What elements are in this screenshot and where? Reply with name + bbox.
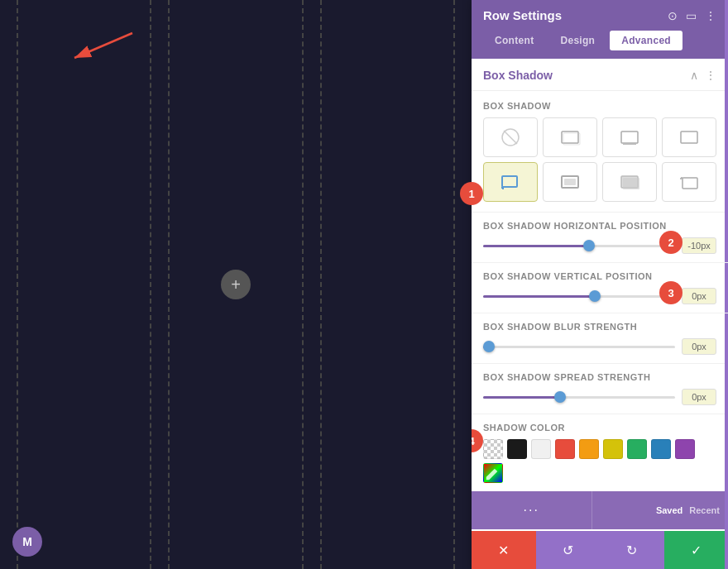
add-row-button[interactable]: + bbox=[221, 270, 251, 299]
shadow-option-bottom[interactable] bbox=[602, 117, 657, 157]
color-custom[interactable] bbox=[483, 463, 503, 483]
vertical-slider-row: 0px bbox=[483, 288, 716, 304]
redo-button[interactable]: ↻ bbox=[600, 531, 664, 569]
panel-title: Row Settings bbox=[483, 8, 562, 22]
shadow-option-dark[interactable] bbox=[602, 162, 657, 202]
vertical-value[interactable]: 0px bbox=[682, 288, 716, 304]
spread-slider-thumb[interactable] bbox=[554, 391, 566, 403]
canvas-col-2: + bbox=[168, 0, 303, 569]
section-actions: ∧ ⋮ bbox=[690, 69, 716, 82]
blur-label: Box Shadow Blur Strength bbox=[483, 322, 716, 332]
shadow-color-field: Shadow Color 4 bbox=[472, 414, 728, 491]
horizontal-position-field: Box Shadow Horizontal Position -10px 2 bbox=[472, 213, 728, 263]
box-shadow-label: Box Shadow bbox=[483, 101, 716, 111]
horizontal-label: Box Shadow Horizontal Position bbox=[483, 221, 716, 231]
color-transparent[interactable] bbox=[483, 439, 503, 459]
canvas-col-3 bbox=[320, 0, 455, 569]
canvas-col-1 bbox=[17, 0, 151, 569]
settings-panel: Row Settings ⊙ ▭ ⋮ Content Design Advanc… bbox=[472, 0, 728, 569]
color-label: Shadow Color bbox=[483, 423, 716, 433]
avatar: M bbox=[12, 527, 42, 557]
collapse-icon[interactable]: ∧ bbox=[690, 69, 698, 82]
canvas-columns: + bbox=[0, 0, 472, 569]
spread-slider-fill bbox=[483, 396, 560, 399]
save-button[interactable]: ✓ bbox=[664, 531, 729, 569]
badge-4: 4 bbox=[472, 429, 483, 452]
blur-slider-track[interactable] bbox=[483, 346, 675, 348]
vertical-label: Box Shadow Vertical Position bbox=[483, 271, 716, 281]
horizontal-value[interactable]: -10px bbox=[682, 237, 716, 254]
spread-slider-row: 0px bbox=[483, 389, 716, 405]
tabs: Content Design Advanced bbox=[472, 31, 728, 59]
panel-footer-saved: ··· Saved Recent bbox=[472, 491, 728, 529]
spread-strength-field: Box Shadow Spread Strength 0px bbox=[472, 364, 728, 414]
action-bar: ✕ ↺ ↻ ✓ bbox=[472, 531, 728, 569]
footer-saved-row: Saved Recent bbox=[592, 505, 729, 515]
footer-dots[interactable]: ··· bbox=[472, 491, 592, 529]
panel-icons: ⊙ ▭ ⋮ bbox=[668, 9, 716, 22]
shadow-option-inner[interactable] bbox=[543, 162, 597, 202]
svg-rect-16 bbox=[682, 178, 697, 189]
svg-rect-13 bbox=[564, 179, 576, 185]
shadow-option-right[interactable] bbox=[662, 117, 716, 157]
svg-rect-9 bbox=[502, 176, 517, 187]
cancel-button[interactable]: ✕ bbox=[472, 531, 536, 569]
panel-header: Row Settings ⊙ ▭ ⋮ bbox=[472, 0, 728, 31]
section-title: Box Shadow bbox=[483, 69, 553, 82]
color-swatches bbox=[483, 439, 716, 483]
color-green[interactable] bbox=[627, 439, 647, 459]
horizontal-slider-fill bbox=[483, 245, 589, 247]
target-icon[interactable]: ⊙ bbox=[668, 9, 678, 22]
horizontal-slider-row: -10px bbox=[483, 237, 716, 254]
shadow-option-all[interactable] bbox=[543, 117, 597, 157]
saved-label: Saved bbox=[656, 505, 682, 515]
color-blue[interactable] bbox=[651, 439, 671, 459]
canvas-area: + M bbox=[0, 0, 472, 569]
color-orange[interactable] bbox=[579, 439, 599, 459]
undo-button[interactable]: ↺ bbox=[536, 531, 601, 569]
spread-label: Box Shadow Spread Strength bbox=[483, 372, 716, 382]
more-icon[interactable]: ⋮ bbox=[705, 9, 716, 22]
svg-rect-8 bbox=[681, 131, 697, 143]
color-yellow[interactable] bbox=[603, 439, 623, 459]
tab-advanced[interactable]: Advanced bbox=[610, 31, 682, 50]
tab-design[interactable]: Design bbox=[548, 31, 606, 50]
svg-rect-6 bbox=[621, 131, 638, 143]
color-red[interactable] bbox=[555, 439, 575, 459]
svg-line-3 bbox=[504, 131, 517, 144]
recent-label: Recent bbox=[689, 505, 720, 515]
blur-slider-row: 0px bbox=[483, 338, 716, 355]
shadow-option-none[interactable] bbox=[483, 117, 538, 157]
blur-slider-thumb[interactable] bbox=[483, 341, 495, 352]
section-more-icon[interactable]: ⋮ bbox=[705, 69, 716, 82]
color-white[interactable] bbox=[531, 439, 551, 459]
shadow-option-topleft[interactable] bbox=[662, 162, 716, 202]
panel-content: Box Shadow ∧ ⋮ Box Shadow bbox=[472, 59, 728, 531]
svg-rect-15 bbox=[623, 178, 639, 189]
vertical-slider-track[interactable] bbox=[483, 295, 675, 298]
horizontal-slider-track[interactable] bbox=[483, 245, 675, 247]
vertical-position-field: Box Shadow Vertical Position 0px 3 bbox=[472, 263, 728, 313]
shadow-grid bbox=[483, 117, 716, 202]
box-shadow-field: Box Shadow bbox=[472, 91, 728, 213]
spread-slider-track[interactable] bbox=[483, 396, 675, 399]
spread-value[interactable]: 0px bbox=[682, 389, 716, 405]
tab-content[interactable]: Content bbox=[483, 31, 545, 50]
color-purple[interactable] bbox=[675, 439, 695, 459]
vertical-slider-fill bbox=[483, 295, 595, 298]
shadow-option-corner[interactable] bbox=[483, 162, 538, 202]
vertical-slider-thumb[interactable] bbox=[589, 290, 601, 302]
badge-1: 1 bbox=[472, 182, 483, 205]
blur-value[interactable]: 0px bbox=[682, 338, 716, 355]
blur-strength-field: Box Shadow Blur Strength 0px bbox=[472, 313, 728, 364]
section-header: Box Shadow ∧ ⋮ bbox=[472, 59, 728, 91]
columns-icon[interactable]: ▭ bbox=[686, 9, 697, 22]
horizontal-slider-thumb[interactable] bbox=[583, 240, 595, 251]
color-black[interactable] bbox=[507, 439, 527, 459]
